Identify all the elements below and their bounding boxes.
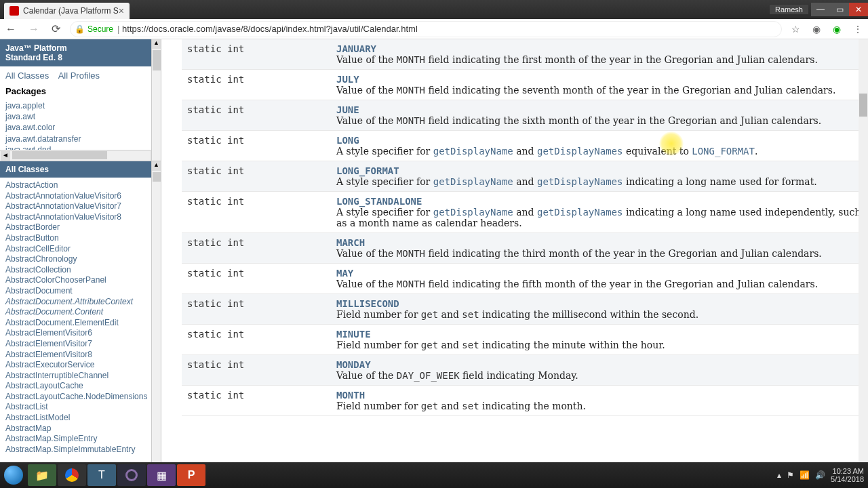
class-link[interactable]: AbstractDocument.AttributeContext xyxy=(5,297,155,308)
field-modifier: static int xyxy=(182,70,331,100)
field-modifier: static int xyxy=(182,131,331,161)
package-link[interactable]: java.awt.datatransfer xyxy=(5,134,155,144)
reload-button[interactable]: ⟳ xyxy=(49,22,63,35)
extension-icon-2[interactable]: ◉ xyxy=(830,24,844,35)
vertical-scrollbar[interactable]: ▲ xyxy=(151,161,161,462)
tray-up-icon[interactable]: ▴ xyxy=(777,470,781,480)
field-description-cell: JULYValue of the MONTH field indicating … xyxy=(331,70,868,100)
tray-clock[interactable]: 10:23 AM 5/14/2018 xyxy=(831,467,864,483)
method-link[interactable]: getDisplayName xyxy=(433,176,513,187)
field-row: static intMINUTEField number for get and… xyxy=(182,325,868,355)
window-maximize-button[interactable]: ▭ xyxy=(830,3,849,16)
bookmark-icon[interactable]: ☆ xyxy=(789,24,803,35)
field-name-link[interactable]: MINUTE xyxy=(336,329,371,340)
class-link[interactable]: AbstractBorder xyxy=(5,222,155,233)
method-link[interactable]: getDisplayName xyxy=(433,146,513,157)
class-link[interactable]: AbstractAnnotationValueVisitor6 xyxy=(5,191,155,202)
taskbar-app-button-1[interactable]: T xyxy=(87,464,116,486)
class-link[interactable]: AbstractCollection xyxy=(5,265,155,276)
tab-close-icon[interactable]: × xyxy=(119,5,124,16)
field-name-link[interactable]: MONDAY xyxy=(336,359,371,370)
taskbar-powerpoint-button[interactable]: P xyxy=(177,464,205,486)
class-link[interactable]: AbstractDocument.Content xyxy=(5,307,155,318)
class-link[interactable]: AbstractCellEditor xyxy=(5,244,155,255)
tray-volume-icon[interactable]: 🔊 xyxy=(815,470,825,480)
class-link[interactable]: AbstractElementVisitor7 xyxy=(5,339,155,350)
method-link[interactable]: getDisplayNames xyxy=(537,176,623,187)
tray-flag-icon[interactable]: ⚑ xyxy=(787,470,794,480)
overview-frame: Java™ Platform Standard Ed. 8 All Classe… xyxy=(0,39,161,161)
package-link[interactable]: java.applet xyxy=(5,100,155,111)
system-tray: ▴ ⚑ 📶 🔊 10:23 AM 5/14/2018 xyxy=(777,462,864,488)
method-link[interactable]: getDisplayNames xyxy=(537,146,623,157)
main-content-frame[interactable]: static intJANUARYValue of the MONTH fiel… xyxy=(161,39,868,462)
class-link[interactable]: AbstractList xyxy=(5,402,155,413)
class-link[interactable]: AbstractInterruptibleChannel xyxy=(5,371,155,382)
package-link[interactable]: java.awt.color xyxy=(5,122,155,133)
all-profiles-link[interactable]: All Profiles xyxy=(58,70,100,81)
class-link[interactable]: AbstractMap.SimpleImmutableEntry xyxy=(5,445,155,455)
class-link[interactable]: AbstractListModel xyxy=(5,413,155,424)
field-name-link[interactable]: JUNE xyxy=(336,104,359,115)
method-link[interactable]: getDisplayName xyxy=(433,207,513,218)
class-link[interactable]: AbstractButton xyxy=(5,233,155,244)
field-name-link[interactable]: LONG_STANDALONE xyxy=(336,196,422,207)
package-link[interactable]: java.awt xyxy=(5,111,155,122)
field-modifier: static int xyxy=(182,355,331,386)
class-link[interactable]: AbstractAnnotationValueVisitor7 xyxy=(5,201,155,212)
field-description-cell: MILLISECONDField number for get and set … xyxy=(331,294,868,325)
class-link[interactable]: AbstractLayoutCache.NodeDimensions xyxy=(5,392,155,403)
field-row: static intMONTHField number for get and … xyxy=(182,386,868,416)
class-link[interactable]: AbstractLayoutCache xyxy=(5,381,155,392)
method-link[interactable]: getDisplayNames xyxy=(537,207,623,218)
field-description-cell: MONDAYValue of the DAY_OF_WEEK field ind… xyxy=(331,355,868,386)
field-name-link[interactable]: JANUARY xyxy=(336,43,376,54)
extension-icon[interactable]: ◉ xyxy=(810,24,823,35)
field-modifier: static int xyxy=(182,39,331,70)
taskbar-eclipse-button[interactable] xyxy=(117,464,146,486)
package-link[interactable]: java.awt.dnd xyxy=(5,144,155,150)
class-link[interactable]: AbstractDocument xyxy=(5,286,155,297)
window-close-button[interactable]: ✕ xyxy=(849,3,868,16)
address-bar[interactable]: 🔒 Secure | https://docs.oracle.com/javas… xyxy=(70,21,782,37)
vertical-scrollbar[interactable]: ▲ xyxy=(151,39,161,161)
field-name-link[interactable]: LONG xyxy=(336,135,359,146)
class-link[interactable]: AbstractAnnotationValueVisitor8 xyxy=(5,212,155,223)
allclasses-frame: All Classes AbstractActionAbstractAnnota… xyxy=(0,161,161,462)
field-row: static intJANUARYValue of the MONTH fiel… xyxy=(182,39,868,70)
field-row: static intLONGA style specifier for getD… xyxy=(182,131,868,161)
constant-link[interactable]: LONG_FORMAT xyxy=(692,146,755,157)
start-button[interactable] xyxy=(0,462,27,488)
class-link[interactable]: AbstractMap xyxy=(5,424,155,434)
field-name-link[interactable]: MAY xyxy=(336,268,353,279)
field-name-link[interactable]: MONTH xyxy=(336,390,365,401)
field-row: static intMARCHValue of the MONTH field … xyxy=(182,233,868,264)
taskbar-chrome-button[interactable] xyxy=(58,464,86,486)
field-modifier: static int xyxy=(182,100,331,131)
taskbar-app-button-2[interactable]: ▦ xyxy=(147,464,176,486)
field-modifier: static int xyxy=(182,233,331,264)
back-button[interactable]: ← xyxy=(3,23,19,35)
vertical-scrollbar[interactable] xyxy=(859,39,868,462)
horizontal-scrollbar[interactable]: ◄► xyxy=(0,150,161,161)
field-name-link[interactable]: JULY xyxy=(336,74,359,85)
taskbar-explorer-button[interactable]: 📁 xyxy=(28,464,56,486)
class-link[interactable]: AbstractChronology xyxy=(5,254,155,265)
tray-network-icon[interactable]: 📶 xyxy=(800,470,810,480)
browser-tab[interactable]: Calendar (Java Platform S × xyxy=(4,3,130,19)
field-name-link[interactable]: MARCH xyxy=(336,237,365,248)
forward-button[interactable]: → xyxy=(26,23,42,35)
class-link[interactable]: AbstractDocument.ElementEdit xyxy=(5,318,155,329)
menu-icon[interactable]: ⋮ xyxy=(850,24,865,35)
all-classes-link[interactable]: All Classes xyxy=(5,70,49,81)
class-link[interactable]: AbstractAction xyxy=(5,180,155,191)
class-link[interactable]: AbstractColorChooserPanel xyxy=(5,275,155,286)
class-link[interactable]: AbstractElementVisitor8 xyxy=(5,350,155,361)
class-link[interactable]: AbstractElementVisitor6 xyxy=(5,328,155,339)
class-link[interactable]: AbstractExecutorService xyxy=(5,360,155,371)
window-minimize-button[interactable]: — xyxy=(811,3,830,16)
field-name-link[interactable]: MILLISECOND xyxy=(336,298,399,309)
field-name-link[interactable]: LONG_FORMAT xyxy=(336,165,399,176)
class-link[interactable]: AbstractMap.SimpleEntry xyxy=(5,434,155,445)
favicon-icon xyxy=(9,6,19,16)
